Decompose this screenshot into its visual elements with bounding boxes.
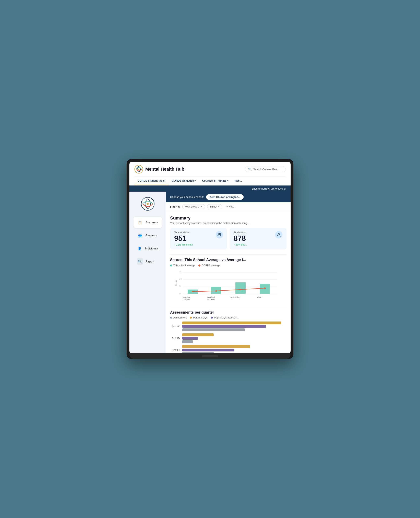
scores-chart-svg: 15 10 5 0 Scores bbox=[170, 269, 286, 302]
promo-banner: Ends tomorrow: up to 50% of bbox=[129, 185, 291, 192]
app-title: Mental Health Hub bbox=[145, 167, 184, 172]
bar-group-q4 bbox=[182, 321, 286, 331]
sidebar-logo bbox=[141, 197, 155, 211]
assessments-title: Assessments per quarter bbox=[170, 310, 286, 315]
laptop-notch bbox=[202, 355, 218, 357]
search-icon: 🔍 bbox=[248, 168, 252, 171]
nav-item-courses[interactable]: Courses & Training ▾ bbox=[199, 177, 231, 185]
stat-value-total: 951 bbox=[174, 235, 213, 242]
bar-group-q2 bbox=[182, 345, 286, 353]
assess-legend: Assessment Parent SDQs Pupil SDQs assess… bbox=[170, 316, 286, 319]
cords-point-3 bbox=[240, 289, 241, 290]
bar-row-q2-2024: Q2 2024 bbox=[170, 345, 286, 353]
svg-text:problems: problems bbox=[183, 298, 190, 300]
chevron-down-icon: ▾ bbox=[195, 180, 195, 182]
bar-row-q4-2023: Q4 2023 bbox=[170, 321, 286, 331]
scores-legend: This school average CORDS average bbox=[170, 264, 286, 267]
nav-bar: CORDS Student Track CORDS Analytics ▾ Co… bbox=[134, 176, 286, 185]
cords-point-4 bbox=[264, 288, 266, 289]
sidebar-item-summary[interactable]: 📋 Summary bbox=[134, 217, 162, 228]
school-average-dot bbox=[170, 265, 172, 267]
scores-chart-container: 15 10 5 0 Scores bbox=[170, 269, 286, 302]
cords-line bbox=[193, 288, 265, 292]
page-content: Summary Your school's key statistics, em… bbox=[166, 211, 291, 353]
reset-icon: ↺ bbox=[226, 205, 228, 208]
summary-icon: 📋 bbox=[137, 219, 143, 226]
section-title: Summary bbox=[170, 215, 286, 221]
stat-icon-assessed bbox=[275, 231, 282, 238]
section-description: Your school's key statistics, emphasisin… bbox=[170, 221, 286, 225]
svg-text:10: 10 bbox=[180, 278, 181, 280]
remove-year-group-filter[interactable]: ✕ bbox=[201, 206, 202, 208]
stat-value-assessed: 878 bbox=[234, 235, 273, 242]
stats-row: Total students 951 ↑ 12% this month bbox=[170, 228, 286, 249]
filter-tag-send[interactable]: SEND ✕ bbox=[207, 204, 222, 209]
svg-text:5: 5 bbox=[180, 285, 180, 287]
bar-row-q1-2024: Q1 2024 bbox=[170, 333, 286, 343]
cords-point-1 bbox=[192, 291, 194, 292]
bar-pupil-q1 bbox=[182, 337, 198, 340]
individuals-icon: 👤 bbox=[137, 245, 143, 252]
legend-pupil-sdqs: Pupil SDQs assessm... bbox=[211, 316, 239, 319]
content-area: Choose your school / cohort: Kent Church… bbox=[166, 192, 291, 353]
students-icon: 👥 bbox=[137, 232, 143, 239]
logo-area: Mental Health Hub bbox=[134, 165, 242, 174]
svg-text:Emotional: Emotional bbox=[207, 296, 215, 298]
remove-send-filter[interactable]: ✕ bbox=[218, 206, 220, 208]
bar-pupil-q2 bbox=[182, 349, 234, 351]
bar-hyperactivity-school bbox=[235, 282, 246, 294]
cords-point-2 bbox=[216, 290, 217, 292]
report-icon: 🔍 bbox=[137, 258, 143, 265]
svg-text:Scores: Scores bbox=[175, 280, 177, 286]
bar-label-q1: Q1 2024 bbox=[170, 337, 180, 339]
legend-cords-average: CORDS average bbox=[198, 264, 220, 267]
stat-label-total: Total students bbox=[174, 231, 213, 234]
school-badge[interactable]: Kent Church of Englan... bbox=[206, 194, 244, 200]
bar-label-q2: Q2 2024 bbox=[170, 349, 180, 351]
filter-label: Filter ⚙ bbox=[170, 205, 180, 208]
svg-text:0: 0 bbox=[180, 292, 180, 294]
scores-chart-title: Scores: This School Average vs Average f… bbox=[170, 258, 286, 262]
school-selector: Choose your school / cohort: Kent Church… bbox=[166, 192, 291, 202]
bar-pupil-q4 bbox=[182, 325, 266, 328]
assessments-section: Assessments per quarter Assessment Paren… bbox=[170, 307, 286, 353]
svg-text:15: 15 bbox=[180, 271, 181, 273]
search-input[interactable] bbox=[253, 168, 282, 171]
sidebar-item-individuals[interactable]: 👤 Individuals bbox=[134, 243, 162, 254]
legend-assessment: Assessment bbox=[170, 316, 187, 319]
sidebar: 📋 Summary 👥 Students 👤 Individuals 🔍 Rep… bbox=[129, 192, 166, 353]
bar-group-q1 bbox=[182, 333, 286, 343]
filter-tag-year-group[interactable]: Year Group 7 ✕ bbox=[182, 204, 205, 209]
bar-assess-q1 bbox=[182, 340, 193, 343]
nav-item-student-track[interactable]: CORDS Student Track bbox=[134, 177, 169, 185]
reset-button[interactable]: ↺ Res... bbox=[224, 205, 237, 209]
bar-assess-q2 bbox=[182, 352, 214, 353]
svg-point-6 bbox=[278, 233, 280, 235]
stat-change-total: ↑ 12% this month bbox=[174, 243, 213, 246]
stat-label-assessed: Students a... bbox=[234, 231, 273, 234]
nav-item-analytics[interactable]: CORDS Analytics ▾ bbox=[169, 177, 199, 185]
stat-card-students-assessed: Students a... 878 ↑ 37% this... bbox=[230, 228, 286, 249]
filter-icon: ⚙ bbox=[178, 205, 180, 208]
sidebar-item-students[interactable]: 👥 Students bbox=[134, 230, 162, 241]
nav-item-resources[interactable]: Res... bbox=[232, 177, 245, 185]
cords-average-dot bbox=[198, 265, 200, 267]
svg-point-1 bbox=[138, 169, 139, 170]
logo-icon bbox=[134, 165, 143, 174]
sidebar-item-report[interactable]: 🔍 Report bbox=[134, 256, 162, 267]
scores-section: Scores: This School Average vs Average f… bbox=[170, 254, 286, 302]
search-bar[interactable]: 🔍 bbox=[245, 166, 286, 172]
stat-change-assessed: ↑ 37% this... bbox=[234, 243, 273, 246]
bar-assess-q4 bbox=[182, 328, 245, 331]
legend-school-average: This school average bbox=[170, 264, 195, 267]
bar-parent-q2 bbox=[182, 345, 250, 348]
svg-text:Conduct: Conduct bbox=[183, 296, 190, 298]
svg-point-3 bbox=[147, 203, 149, 205]
svg-text:Peer...: Peer... bbox=[257, 296, 262, 298]
bar-chart-assessments: Q4 2023 Q1 2024 bbox=[170, 321, 286, 353]
header: Mental Health Hub 🔍 CORDS Student Track … bbox=[129, 162, 291, 185]
svg-text:problems: problems bbox=[208, 298, 215, 300]
svg-text:Hyperactivity: Hyperactivity bbox=[231, 296, 240, 298]
stat-card-total-students: Total students 951 ↑ 12% this month bbox=[170, 228, 227, 249]
legend-parent-sdqs: Parent SDQs bbox=[190, 316, 208, 319]
